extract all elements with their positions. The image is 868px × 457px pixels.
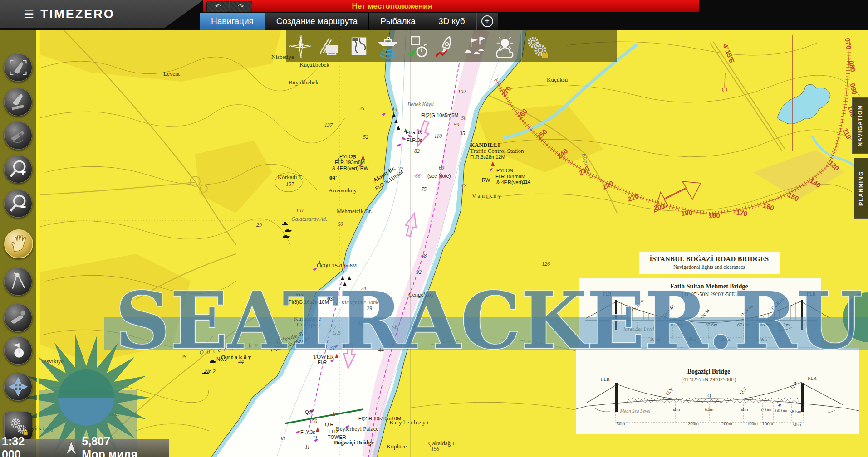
timezero-app: LeventNisbetiyeKüçükbebekBüyükbebekKüçük… — [0, 0, 868, 457]
svg-text:Körkadı T.: Körkadı T. — [278, 174, 303, 180]
zoom-out-button[interactable] — [4, 190, 32, 218]
menu-icon[interactable]: ☰ — [24, 8, 34, 20]
nautical-chart[interactable]: LeventNisbetiyeKüçükbebekBüyükbebekKüçük… — [0, 0, 868, 457]
svg-text:69: 69 — [439, 165, 444, 171]
svg-text:FLR: FLR — [329, 429, 338, 434]
svg-text:Küplüce: Küplüce — [387, 443, 407, 450]
panel-tab-planning[interactable]: PLANNING — [854, 158, 868, 219]
svg-text:110: 110 — [434, 133, 442, 139]
charts-icon[interactable] — [344, 32, 373, 61]
svg-text:137: 137 — [324, 122, 333, 128]
svg-text:Navigational lights and cleara: Navigational lights and clearances — [673, 264, 745, 270]
chart-edge-line — [37, 30, 39, 457]
pan-arrows-button[interactable] — [4, 373, 32, 401]
svg-text:·66·: ·66· — [414, 173, 422, 179]
svg-text:& 4F.R(vert): & 4F.R(vert) — [496, 180, 523, 185]
svg-text:Q.R: Q.R — [325, 422, 334, 427]
center-on-boat-button[interactable] — [4, 53, 32, 82]
settings-gears-icon[interactable] — [522, 32, 551, 61]
workspace-tabs: Навигация Создание маршрута Рыбалка 3D к… — [200, 13, 498, 30]
svg-text:No.3: No.3 — [216, 356, 227, 362]
svg-text:Küçüksu: Küçüksu — [547, 76, 568, 83]
svg-text:102: 102 — [458, 88, 466, 95]
svg-text:Fatih Sultan Mehmet Bridge: Fatih Sultan Mehmet Bridge — [670, 283, 748, 290]
sounder-icon[interactable] — [373, 32, 402, 61]
waypoint-flag-button[interactable] — [4, 336, 32, 365]
svg-text:29: 29 — [367, 305, 372, 311]
svg-text:Q.Y: Q.Y — [305, 409, 314, 415]
svg-text:64m: 64m — [672, 407, 680, 412]
svg-text:31: 31 — [357, 320, 363, 326]
svg-text:Fl(3)R.15s13m6M: Fl(3)R.15s13m6M — [317, 263, 357, 268]
status-bar: 1:32 000 5,807 Мор.миля — [0, 439, 169, 457]
svg-text:190: 190 — [681, 209, 692, 217]
annotations-icon[interactable] — [315, 32, 344, 61]
svg-text:35: 35 — [459, 130, 465, 136]
svg-text:Bebek Köyü: Bebek Köyü — [407, 101, 434, 107]
svg-text:04': 04' — [329, 174, 337, 181]
add-workspace-button[interactable]: + — [476, 13, 498, 30]
svg-text:200m: 200m — [685, 337, 696, 342]
svg-text:92: 92 — [416, 269, 422, 275]
svg-text:199m: 199m — [756, 337, 767, 342]
svg-text:FLR: FLR — [808, 376, 816, 381]
dividers-button[interactable] — [4, 267, 32, 296]
svg-text:070: 070 — [843, 38, 853, 50]
weather-icon[interactable] — [490, 32, 519, 61]
chart-scale: 1:32 000 — [2, 435, 46, 457]
marks-icon[interactable] — [461, 32, 490, 61]
bridges-inset — [576, 252, 859, 434]
svg-text:(see Note): (see Note) — [427, 173, 451, 179]
svg-text:FLR: FLR — [603, 292, 611, 297]
app-logo: TIMEZERO — [40, 7, 115, 21]
svg-text:67.6m: 67.6m — [760, 407, 772, 412]
svg-text:157: 157 — [286, 181, 294, 187]
svg-text:Fl.R.194m8M: Fl.R.194m8M — [495, 174, 525, 179]
svg-text:180: 180 — [708, 211, 720, 219]
svg-text:Beylerbeyi Palace: Beylerbeyi Palace — [336, 425, 378, 432]
svg-text:Kuruçeşme Banki: Kuruçeşme Banki — [341, 299, 380, 306]
svg-text:Büyükbebek: Büyükbebek — [289, 79, 319, 86]
boat-3d-button[interactable] — [4, 122, 32, 150]
svg-text:60: 60 — [338, 221, 343, 227]
tab-3d-cube[interactable]: 3D куб — [427, 13, 476, 30]
svg-text:& 4F.R(vert) RW: & 4F.R(vert) RW — [332, 165, 368, 171]
svg-text:FLR: FLR — [807, 292, 815, 297]
svg-text:50m: 50m — [793, 422, 801, 427]
svg-text:22: 22 — [398, 165, 403, 172]
svg-text:82: 82 — [414, 148, 420, 154]
undo-button[interactable]: ↶ — [206, 1, 229, 12]
boat-track-button[interactable] — [4, 88, 32, 116]
svg-text:Fl.R: Fl.R — [318, 360, 327, 365]
svg-text:03': 03' — [327, 295, 335, 302]
svg-text:64m: 64m — [705, 407, 714, 412]
svg-text:44: 44 — [378, 347, 384, 353]
panel-tab-navigation[interactable]: NAVIGATION — [852, 97, 868, 154]
svg-text:Fl.G.3s: Fl.G.3s — [406, 130, 422, 135]
redo-button[interactable]: ↷ — [230, 1, 252, 12]
svg-text:Levent: Levent — [163, 70, 180, 77]
route-icon[interactable] — [432, 32, 461, 61]
svg-text:No.2: No.2 — [205, 369, 216, 374]
svg-text:68: 68 — [421, 253, 427, 259]
zoom-in-button[interactable] — [4, 155, 32, 183]
svg-text:W: W — [289, 44, 292, 48]
svg-text:TOWER: TOWER — [328, 434, 346, 440]
svg-text:200m: 200m — [721, 421, 732, 426]
pan-hand-button[interactable] — [4, 229, 33, 258]
tab-route-creation[interactable]: Создание маршрута — [265, 13, 369, 30]
svg-text:S: S — [300, 54, 302, 58]
tab-fishing[interactable]: Рыбалка — [369, 13, 427, 30]
svg-text:Fl.R.3s: Fl.R.3s — [407, 137, 422, 143]
svg-text:75: 75 — [421, 186, 427, 192]
svg-text:Q: Q — [707, 393, 711, 398]
compass-rose-icon[interactable]: NSWE — [286, 32, 315, 61]
tab-navigation[interactable]: Навигация — [200, 13, 265, 30]
svg-text:100m: 100m — [762, 421, 773, 426]
svg-text:48: 48 — [280, 435, 285, 442]
svg-text:Galatasaray Ad.: Galatasaray Ad. — [291, 216, 327, 222]
svg-text:Mean Sea Level: Mean Sea Level — [619, 408, 650, 413]
boat-drop-button[interactable] — [4, 304, 32, 332]
waypoint-timer-icon[interactable] — [402, 32, 432, 61]
svg-text:14: 14 — [392, 106, 397, 112]
